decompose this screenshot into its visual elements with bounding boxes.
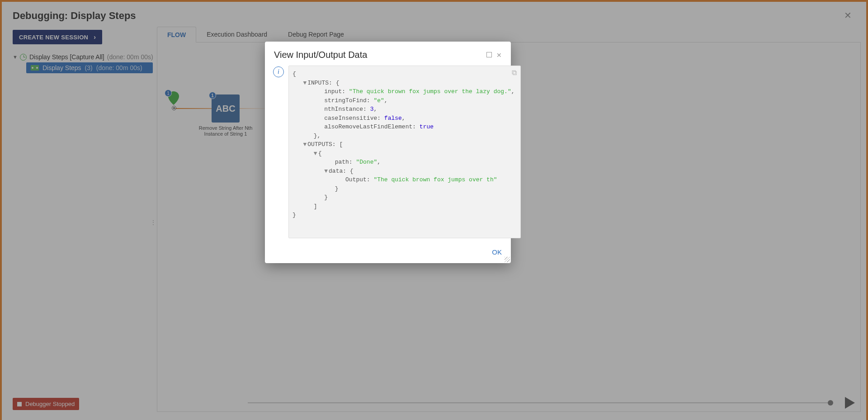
caret-down-icon[interactable]: ▼ [303, 80, 307, 86]
close-icon[interactable]: ✕ [496, 52, 502, 59]
code-token: "The quick brown fox jumps over the lazy… [349, 88, 511, 95]
modal-header: View Input/Output Data ✕ [265, 42, 511, 66]
info-icon: i [273, 66, 284, 77]
code-token: }, [314, 132, 321, 139]
code-token: "The quick brown fox jumps over th" [373, 176, 497, 183]
code-token: ] [314, 203, 317, 210]
code-token: alsoRemoveLastFindElement: [324, 123, 420, 130]
modal-footer: OK [265, 244, 511, 263]
caret-down-icon[interactable]: ▼ [314, 150, 317, 157]
code-token: data: { [329, 168, 354, 175]
code-token: caseInsensitive: [324, 115, 384, 122]
ok-button[interactable]: OK [492, 248, 502, 256]
maximize-icon[interactable] [486, 52, 492, 59]
caret-down-icon[interactable]: ▼ [324, 168, 328, 175]
code-token: } [292, 212, 296, 218]
code-token: INPUTS: { [307, 80, 339, 86]
code-token: true [420, 123, 434, 130]
code-token: "e" [373, 97, 384, 104]
code-token: } [324, 194, 328, 201]
code-token: input: [324, 88, 349, 95]
modal-window-controls: ✕ [486, 52, 502, 59]
modal-title: View Input/Output Data [274, 50, 367, 60]
code-token: } [335, 185, 339, 192]
code-token: OUTPUTS: [ [307, 141, 343, 148]
code-token: stringToFind: [324, 97, 373, 104]
code-token: Output: [345, 176, 373, 183]
io-data-viewer[interactable]: ⧉ { ▼INPUTS: { input: "The quick brown f… [288, 66, 521, 238]
code-token: path: [335, 159, 356, 165]
copy-icon[interactable]: ⧉ [512, 69, 517, 77]
caret-down-icon[interactable]: ▼ [303, 141, 307, 148]
code-token: { [318, 150, 322, 157]
code-token: "Done" [356, 159, 377, 165]
modal-body: i ⧉ { ▼INPUTS: { input: "The quick brown… [265, 66, 511, 244]
code-token: { [292, 71, 296, 77]
code-token: nthInstance: [324, 106, 370, 113]
resize-grip[interactable] [505, 257, 510, 262]
code-token: false [384, 115, 402, 122]
view-io-data-modal: View Input/Output Data ✕ i ⧉ { ▼INPUTS: … [265, 42, 511, 263]
